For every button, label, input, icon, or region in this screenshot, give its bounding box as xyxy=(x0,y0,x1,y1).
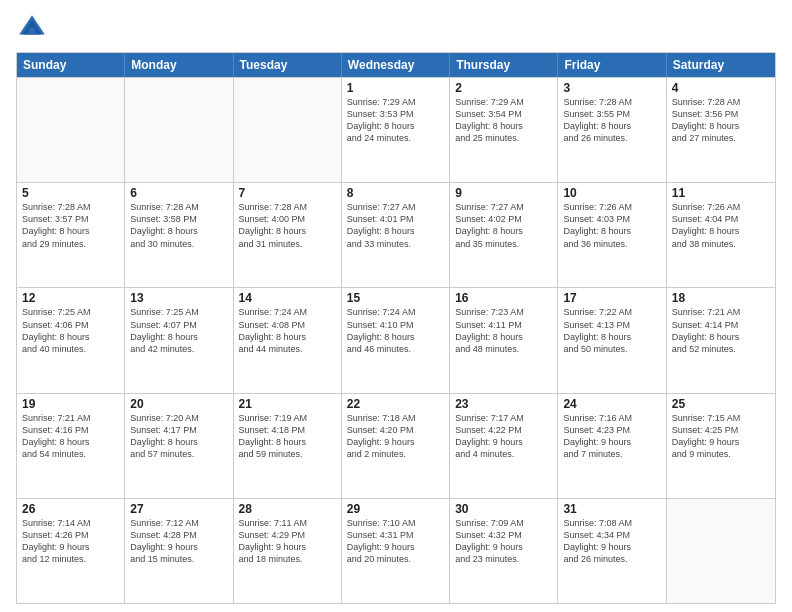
day-number: 11 xyxy=(672,186,770,200)
day-number: 14 xyxy=(239,291,336,305)
calendar-day-1: 1Sunrise: 7:29 AM Sunset: 3:53 PM Daylig… xyxy=(342,78,450,182)
day-number: 15 xyxy=(347,291,444,305)
day-info: Sunrise: 7:24 AM Sunset: 4:10 PM Dayligh… xyxy=(347,306,444,355)
header-day-wednesday: Wednesday xyxy=(342,53,450,77)
calendar-week-3: 12Sunrise: 7:25 AM Sunset: 4:06 PM Dayli… xyxy=(17,287,775,392)
calendar-day-23: 23Sunrise: 7:17 AM Sunset: 4:22 PM Dayli… xyxy=(450,394,558,498)
calendar-day-10: 10Sunrise: 7:26 AM Sunset: 4:03 PM Dayli… xyxy=(558,183,666,287)
day-number: 17 xyxy=(563,291,660,305)
calendar-day-28: 28Sunrise: 7:11 AM Sunset: 4:29 PM Dayli… xyxy=(234,499,342,603)
calendar-week-2: 5Sunrise: 7:28 AM Sunset: 3:57 PM Daylig… xyxy=(17,182,775,287)
calendar-day-14: 14Sunrise: 7:24 AM Sunset: 4:08 PM Dayli… xyxy=(234,288,342,392)
day-info: Sunrise: 7:20 AM Sunset: 4:17 PM Dayligh… xyxy=(130,412,227,461)
calendar-header: SundayMondayTuesdayWednesdayThursdayFrid… xyxy=(17,53,775,77)
calendar-day-4: 4Sunrise: 7:28 AM Sunset: 3:56 PM Daylig… xyxy=(667,78,775,182)
day-number: 28 xyxy=(239,502,336,516)
day-info: Sunrise: 7:28 AM Sunset: 4:00 PM Dayligh… xyxy=(239,201,336,250)
header-day-friday: Friday xyxy=(558,53,666,77)
day-info: Sunrise: 7:29 AM Sunset: 3:53 PM Dayligh… xyxy=(347,96,444,145)
day-number: 26 xyxy=(22,502,119,516)
calendar-day-18: 18Sunrise: 7:21 AM Sunset: 4:14 PM Dayli… xyxy=(667,288,775,392)
logo xyxy=(16,12,52,44)
day-info: Sunrise: 7:15 AM Sunset: 4:25 PM Dayligh… xyxy=(672,412,770,461)
day-info: Sunrise: 7:23 AM Sunset: 4:11 PM Dayligh… xyxy=(455,306,552,355)
day-number: 25 xyxy=(672,397,770,411)
day-info: Sunrise: 7:19 AM Sunset: 4:18 PM Dayligh… xyxy=(239,412,336,461)
day-number: 1 xyxy=(347,81,444,95)
day-info: Sunrise: 7:27 AM Sunset: 4:02 PM Dayligh… xyxy=(455,201,552,250)
day-info: Sunrise: 7:17 AM Sunset: 4:22 PM Dayligh… xyxy=(455,412,552,461)
day-number: 18 xyxy=(672,291,770,305)
page: SundayMondayTuesdayWednesdayThursdayFrid… xyxy=(0,0,792,612)
header-day-thursday: Thursday xyxy=(450,53,558,77)
day-number: 2 xyxy=(455,81,552,95)
day-number: 10 xyxy=(563,186,660,200)
day-number: 12 xyxy=(22,291,119,305)
day-number: 3 xyxy=(563,81,660,95)
calendar-week-1: 1Sunrise: 7:29 AM Sunset: 3:53 PM Daylig… xyxy=(17,77,775,182)
header xyxy=(16,12,776,44)
day-info: Sunrise: 7:25 AM Sunset: 4:06 PM Dayligh… xyxy=(22,306,119,355)
day-info: Sunrise: 7:12 AM Sunset: 4:28 PM Dayligh… xyxy=(130,517,227,566)
calendar-day-8: 8Sunrise: 7:27 AM Sunset: 4:01 PM Daylig… xyxy=(342,183,450,287)
day-info: Sunrise: 7:08 AM Sunset: 4:34 PM Dayligh… xyxy=(563,517,660,566)
calendar-day-2: 2Sunrise: 7:29 AM Sunset: 3:54 PM Daylig… xyxy=(450,78,558,182)
calendar-day-6: 6Sunrise: 7:28 AM Sunset: 3:58 PM Daylig… xyxy=(125,183,233,287)
calendar-day-26: 26Sunrise: 7:14 AM Sunset: 4:26 PM Dayli… xyxy=(17,499,125,603)
calendar: SundayMondayTuesdayWednesdayThursdayFrid… xyxy=(16,52,776,604)
calendar-day-24: 24Sunrise: 7:16 AM Sunset: 4:23 PM Dayli… xyxy=(558,394,666,498)
day-number: 31 xyxy=(563,502,660,516)
calendar-week-4: 19Sunrise: 7:21 AM Sunset: 4:16 PM Dayli… xyxy=(17,393,775,498)
calendar-day-9: 9Sunrise: 7:27 AM Sunset: 4:02 PM Daylig… xyxy=(450,183,558,287)
day-number: 8 xyxy=(347,186,444,200)
day-info: Sunrise: 7:28 AM Sunset: 3:56 PM Dayligh… xyxy=(672,96,770,145)
day-info: Sunrise: 7:28 AM Sunset: 3:57 PM Dayligh… xyxy=(22,201,119,250)
day-number: 27 xyxy=(130,502,227,516)
day-info: Sunrise: 7:27 AM Sunset: 4:01 PM Dayligh… xyxy=(347,201,444,250)
calendar-day-19: 19Sunrise: 7:21 AM Sunset: 4:16 PM Dayli… xyxy=(17,394,125,498)
calendar-day-16: 16Sunrise: 7:23 AM Sunset: 4:11 PM Dayli… xyxy=(450,288,558,392)
calendar-day-17: 17Sunrise: 7:22 AM Sunset: 4:13 PM Dayli… xyxy=(558,288,666,392)
day-number: 19 xyxy=(22,397,119,411)
day-info: Sunrise: 7:21 AM Sunset: 4:16 PM Dayligh… xyxy=(22,412,119,461)
day-info: Sunrise: 7:16 AM Sunset: 4:23 PM Dayligh… xyxy=(563,412,660,461)
calendar-day-15: 15Sunrise: 7:24 AM Sunset: 4:10 PM Dayli… xyxy=(342,288,450,392)
day-number: 13 xyxy=(130,291,227,305)
empty-cell xyxy=(667,499,775,603)
day-number: 22 xyxy=(347,397,444,411)
header-day-monday: Monday xyxy=(125,53,233,77)
day-number: 23 xyxy=(455,397,552,411)
calendar-day-11: 11Sunrise: 7:26 AM Sunset: 4:04 PM Dayli… xyxy=(667,183,775,287)
day-number: 21 xyxy=(239,397,336,411)
calendar-day-21: 21Sunrise: 7:19 AM Sunset: 4:18 PM Dayli… xyxy=(234,394,342,498)
calendar-day-12: 12Sunrise: 7:25 AM Sunset: 4:06 PM Dayli… xyxy=(17,288,125,392)
day-number: 5 xyxy=(22,186,119,200)
empty-cell xyxy=(17,78,125,182)
header-day-tuesday: Tuesday xyxy=(234,53,342,77)
empty-cell xyxy=(125,78,233,182)
day-number: 29 xyxy=(347,502,444,516)
day-info: Sunrise: 7:11 AM Sunset: 4:29 PM Dayligh… xyxy=(239,517,336,566)
day-info: Sunrise: 7:24 AM Sunset: 4:08 PM Dayligh… xyxy=(239,306,336,355)
day-info: Sunrise: 7:18 AM Sunset: 4:20 PM Dayligh… xyxy=(347,412,444,461)
calendar-day-29: 29Sunrise: 7:10 AM Sunset: 4:31 PM Dayli… xyxy=(342,499,450,603)
day-number: 30 xyxy=(455,502,552,516)
day-info: Sunrise: 7:29 AM Sunset: 3:54 PM Dayligh… xyxy=(455,96,552,145)
day-info: Sunrise: 7:22 AM Sunset: 4:13 PM Dayligh… xyxy=(563,306,660,355)
calendar-day-27: 27Sunrise: 7:12 AM Sunset: 4:28 PM Dayli… xyxy=(125,499,233,603)
day-info: Sunrise: 7:26 AM Sunset: 4:03 PM Dayligh… xyxy=(563,201,660,250)
day-info: Sunrise: 7:26 AM Sunset: 4:04 PM Dayligh… xyxy=(672,201,770,250)
calendar-week-5: 26Sunrise: 7:14 AM Sunset: 4:26 PM Dayli… xyxy=(17,498,775,603)
day-number: 6 xyxy=(130,186,227,200)
calendar-day-31: 31Sunrise: 7:08 AM Sunset: 4:34 PM Dayli… xyxy=(558,499,666,603)
calendar-day-30: 30Sunrise: 7:09 AM Sunset: 4:32 PM Dayli… xyxy=(450,499,558,603)
calendar-day-3: 3Sunrise: 7:28 AM Sunset: 3:55 PM Daylig… xyxy=(558,78,666,182)
day-number: 20 xyxy=(130,397,227,411)
day-info: Sunrise: 7:28 AM Sunset: 3:55 PM Dayligh… xyxy=(563,96,660,145)
day-number: 24 xyxy=(563,397,660,411)
calendar-day-25: 25Sunrise: 7:15 AM Sunset: 4:25 PM Dayli… xyxy=(667,394,775,498)
day-info: Sunrise: 7:14 AM Sunset: 4:26 PM Dayligh… xyxy=(22,517,119,566)
day-number: 9 xyxy=(455,186,552,200)
calendar-day-7: 7Sunrise: 7:28 AM Sunset: 4:00 PM Daylig… xyxy=(234,183,342,287)
day-info: Sunrise: 7:09 AM Sunset: 4:32 PM Dayligh… xyxy=(455,517,552,566)
